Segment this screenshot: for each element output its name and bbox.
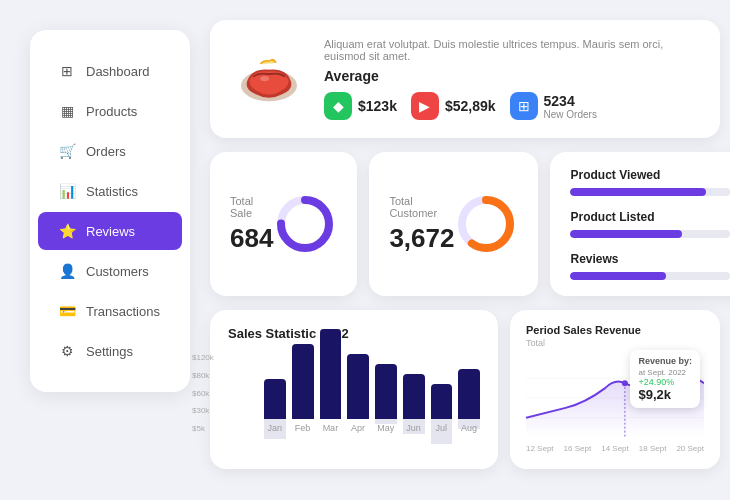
revenue-card: Period Sales Revenue Total Revenue by: a… (510, 310, 720, 469)
rev-title: Period Sales Revenue (526, 324, 704, 336)
bar-jan (264, 379, 286, 419)
bar-col-apr: Apr (347, 354, 369, 433)
sidebar-label-customers: Customers (86, 264, 149, 279)
badge-icon-pink: ▶ (411, 92, 439, 120)
kpi-card-sale: Total Sale 684 (210, 152, 357, 296)
kpi-info-customer: Total Customer 3,672 (389, 195, 454, 254)
pstat-bar-fill-listed (570, 230, 682, 238)
svg-point-1 (260, 76, 269, 81)
bar-apr (347, 354, 369, 419)
stats-row: ◆ $123k ▶ $52,89k ⊞ 5234 (324, 92, 696, 120)
app-container: ⊞ Dashboard ▦ Products 🛒 Orders 📊 Statis… (0, 0, 730, 500)
y-label-5: $5k (192, 424, 214, 433)
kpi-label-sale: Total Sale (230, 195, 273, 219)
y-label-4: $30k (192, 406, 214, 415)
sidebar-label-reviews: Reviews (86, 224, 135, 239)
statistics-icon: 📊 (58, 182, 76, 200)
dashboard-icon: ⊞ (58, 62, 76, 80)
bar-col-feb: Feb (292, 344, 314, 433)
rev-sub: Total (526, 338, 704, 348)
pstat-bar-bg-viewed (570, 188, 730, 196)
x-label-5: 20 Sept (676, 444, 704, 453)
pstat-label-listed: Product Listed (570, 210, 730, 224)
bar-col-jul: Jul (431, 384, 453, 433)
bar-aug (458, 369, 480, 419)
tooltip-value: $9,2k (638, 387, 692, 402)
stat-value-1: $123k (358, 98, 397, 114)
bar-label-jan: Jan (268, 423, 283, 433)
bar-label-jun: Jun (406, 423, 421, 433)
kpi-info-sale: Total Sale 684 (230, 195, 273, 254)
sidebar-item-settings[interactable]: ⚙ Settings (38, 332, 182, 370)
bar-chart: Jan Feb Mar (264, 353, 480, 453)
bar-jul (431, 384, 453, 419)
kpi-value-sale: 684 (230, 223, 273, 254)
bar-col-mar: Mar (320, 329, 342, 433)
sidebar-item-reviews[interactable]: ⭐ Reviews (38, 212, 182, 250)
bar-feb (292, 344, 314, 419)
tooltip-date1: at Sept. 2022 (638, 368, 692, 377)
x-label-2: 16 Sept (564, 444, 592, 453)
sidebar: ⊞ Dashboard ▦ Products 🛒 Orders 📊 Statis… (30, 30, 190, 392)
rev-tooltip: Revenue by: at Sept. 2022 +24.90% $9,2k (630, 350, 700, 408)
pstat-label-reviews: Reviews (570, 252, 730, 266)
sidebar-item-transactions[interactable]: 💳 Transactions (38, 292, 182, 330)
badge-icon-green: ◆ (324, 92, 352, 120)
products-icon: ▦ (58, 102, 76, 120)
sidebar-label-orders: Orders (86, 144, 126, 159)
y-label-2: $80k (192, 371, 214, 380)
bar-col-jun: Jun (403, 374, 425, 433)
orders-icon: 🛒 (58, 142, 76, 160)
sidebar-label-products: Products (86, 104, 137, 119)
bar-col-jan: Jan (264, 379, 286, 433)
donut-sale (273, 192, 337, 256)
bar-col-aug: Aug (458, 369, 480, 433)
tooltip-date2: +24.90% (638, 377, 692, 387)
stat-badge-1: ◆ $123k (324, 92, 397, 120)
main-content: Aliquam erat volutpat. Duis molestie ult… (210, 20, 720, 490)
food-image (234, 49, 304, 109)
pstat-item-reviews: Reviews (570, 252, 730, 280)
y-label-1: $120k (192, 353, 214, 362)
bar-label-mar: Mar (323, 423, 339, 433)
donut-customer (454, 192, 518, 256)
pstat-bar-fill-reviews (570, 272, 666, 280)
chart-title: Sales Statistic 2022 (228, 326, 480, 341)
bar-mar (320, 329, 342, 419)
bot-row: Sales Statistic 2022 $120k $80k $60k $30… (210, 310, 720, 469)
kpi-value-customer: 3,672 (389, 223, 454, 254)
sidebar-label-transactions: Transactions (86, 304, 160, 319)
stat-value-2: $52,89k (445, 98, 496, 114)
pstat-bar-bg-listed (570, 230, 730, 238)
bar-col-may: May (375, 364, 397, 433)
sidebar-item-orders[interactable]: 🛒 Orders (38, 132, 182, 170)
kpi-card-customer: Total Customer 3,672 (369, 152, 538, 296)
kpi-label-customer: Total Customer (389, 195, 454, 219)
pstat-item-listed: Product Listed (570, 210, 730, 238)
y-label-3: $60k (192, 389, 214, 398)
badge-icon-blue: ⊞ (510, 92, 538, 120)
sidebar-item-customers[interactable]: 👤 Customers (38, 252, 182, 290)
x-label-1: 12 Sept (526, 444, 554, 453)
pstat-label-viewed: Product Viewed (570, 168, 730, 182)
bar-label-feb: Feb (295, 423, 311, 433)
sidebar-item-dashboard[interactable]: ⊞ Dashboard (38, 52, 182, 90)
mid-row: Total Sale 684 Total Customer 3,672 (210, 152, 720, 296)
settings-icon: ⚙ (58, 342, 76, 360)
bar-may (375, 364, 397, 419)
y-labels: $120k $80k $60k $30k $5k (192, 353, 214, 433)
x-label-3: 14 Sept (601, 444, 629, 453)
sidebar-item-products[interactable]: ▦ Products (38, 92, 182, 130)
x-label-4: 18 Sept (639, 444, 667, 453)
top-card-subtitle: Aliquam erat volutpat. Duis molestie ult… (324, 38, 696, 62)
stat-badge-3: ⊞ 5234 New Orders (510, 92, 597, 120)
transactions-icon: 💳 (58, 302, 76, 320)
bar-label-aug: Aug (461, 423, 477, 433)
sidebar-item-statistics[interactable]: 📊 Statistics (38, 172, 182, 210)
pstat-item-viewed: Product Viewed (570, 168, 730, 196)
bar-label-jul: Jul (436, 423, 448, 433)
tooltip-title: Revenue by: (638, 356, 692, 366)
sidebar-label-dashboard: Dashboard (86, 64, 150, 79)
top-card-avg-label: Average (324, 68, 696, 84)
stat-sub-3: New Orders (544, 109, 597, 120)
